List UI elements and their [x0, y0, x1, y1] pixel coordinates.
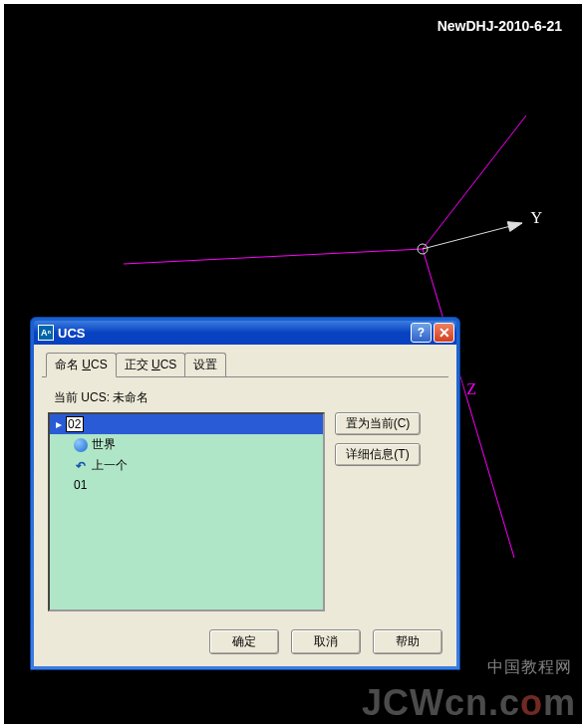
- tab-strip: 命名 UCS 正交 UCS 设置: [42, 353, 448, 377]
- help-button[interactable]: 帮助: [373, 629, 442, 654]
- side-button-group: 置为当前(C) 详细信息(T): [335, 412, 421, 466]
- cad-canvas[interactable]: NewDHJ-2010-6-21 Y Z 中国教程网 JCWcn.com Aⁿ …: [4, 4, 582, 724]
- cancel-button[interactable]: 取消: [291, 629, 361, 654]
- set-current-button[interactable]: 置为当前(C): [335, 412, 421, 435]
- globe-icon: [74, 438, 88, 452]
- svg-line-0: [124, 249, 423, 264]
- drawing-stamp: NewDHJ-2010-6-21: [438, 18, 562, 34]
- tab-settings[interactable]: 设置: [184, 353, 226, 376]
- axis-y-label: Y: [530, 209, 542, 227]
- dialog-titlebar[interactable]: Aⁿ UCS ? ✕: [34, 321, 456, 345]
- list-item-label: 世界: [92, 436, 116, 453]
- app-icon: Aⁿ: [38, 325, 54, 341]
- svg-line-3: [423, 223, 522, 249]
- svg-marker-4: [507, 222, 522, 232]
- tab-ortho-ucs[interactable]: 正交 UCS: [116, 353, 186, 376]
- titlebar-close-button[interactable]: ✕: [434, 323, 454, 343]
- list-item-editing[interactable]: ▸ 02: [50, 414, 323, 434]
- list-item-world[interactable]: 世界: [50, 434, 323, 455]
- ucs-listbox[interactable]: ▸ 02 世界 ↶ 上一个: [48, 412, 325, 611]
- watermark-text-cn: 中国教程网: [487, 657, 572, 678]
- list-item-previous[interactable]: ↶ 上一个: [50, 455, 323, 476]
- details-button[interactable]: 详细信息(T): [335, 443, 421, 466]
- list-item-label: 上一个: [92, 457, 128, 474]
- dialog-button-row: 确定 取消 帮助: [42, 619, 448, 658]
- tab-named-ucs[interactable]: 命名 UCS: [46, 353, 117, 377]
- dialog-title: UCS: [58, 326, 409, 341]
- list-item-label: 01: [74, 478, 87, 492]
- dialog-body: 命名 UCS 正交 UCS 设置 当前 UCS: 未命名 ▸ 02: [34, 345, 456, 666]
- axis-z-label: Z: [466, 380, 476, 398]
- watermark-text-en: JCWcn.com: [362, 682, 576, 724]
- previous-icon: ↶: [74, 459, 88, 473]
- ucs-dialog: Aⁿ UCS ? ✕ 命名 UCS 正交 UCS 设置 当前 UCS: 未命名: [30, 317, 460, 670]
- current-ucs-label: 当前 UCS: 未命名: [54, 389, 442, 406]
- ucs-rename-input[interactable]: 02: [66, 416, 84, 432]
- ucs-arrow-icon: ▸: [56, 417, 62, 431]
- titlebar-help-button[interactable]: ?: [411, 323, 432, 343]
- ok-button[interactable]: 确定: [209, 629, 279, 654]
- list-item-01[interactable]: 01: [50, 476, 323, 494]
- tab-panel-named: 当前 UCS: 未命名 ▸ 02 世界: [42, 377, 448, 619]
